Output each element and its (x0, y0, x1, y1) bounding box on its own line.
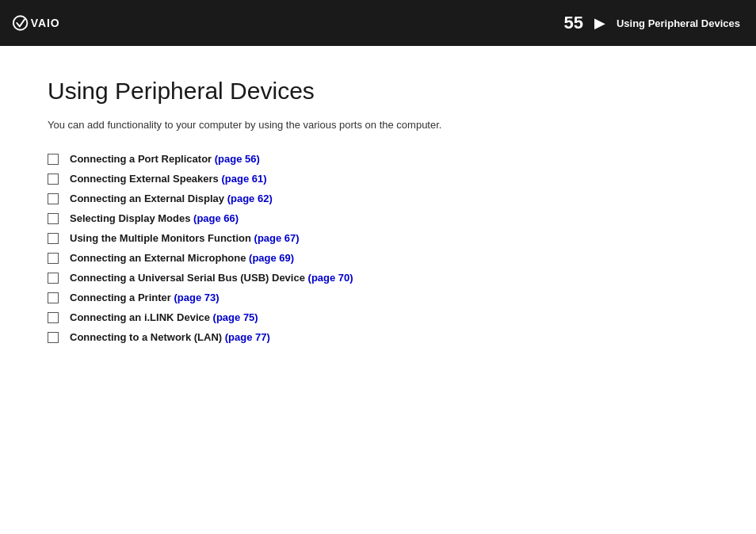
main-content: Using Peripheral Devices You can add fun… (0, 46, 756, 383)
checkbox-icon-5 (48, 233, 59, 244)
page-title: Using Peripheral Devices (48, 78, 708, 105)
toc-item-1-text: Connecting a Port Replicator (page 56) (70, 153, 260, 165)
toc-link-5[interactable]: (page 67) (254, 232, 300, 244)
toc-item-10-text: Connecting to a Network (LAN) (page 77) (70, 331, 270, 343)
toc-item-5-text: Using the Multiple Monitors Function (pa… (70, 232, 300, 244)
header-right: 55 ▶ Using Peripheral Devices (563, 13, 740, 33)
list-item: Selecting Display Modes (page 66) (48, 212, 708, 224)
toc-item-3-text: Connecting an External Display (page 62) (70, 193, 273, 204)
toc-item-2-text: Connecting External Speakers (page 61) (70, 173, 267, 185)
toc-link-6[interactable]: (page 69) (249, 252, 294, 264)
toc-item-4-text: Selecting Display Modes (page 66) (70, 212, 239, 224)
toc-item-9-text: Connecting an i.LINK Device (page 75) (70, 311, 258, 323)
toc-item-7-text: Connecting a Universal Serial Bus (USB) … (70, 272, 353, 284)
toc-link-10[interactable]: (page 77) (225, 331, 270, 343)
toc-link-2[interactable]: (page 61) (221, 173, 266, 185)
list-item: Connecting External Speakers (page 61) (48, 173, 708, 185)
toc-link-4[interactable]: (page 66) (193, 212, 239, 224)
toc-link-3[interactable]: (page 62) (227, 193, 273, 204)
toc-link-8[interactable]: (page 73) (174, 292, 219, 303)
checkbox-icon-6 (48, 253, 59, 264)
checkbox-icon-2 (48, 174, 59, 185)
page-header: VAIO 55 ▶ Using Peripheral Devices (0, 0, 756, 46)
checkbox-icon-1 (48, 154, 59, 165)
toc-link-1[interactable]: (page 56) (215, 153, 260, 165)
list-item: Connecting to a Network (LAN) (page 77) (48, 331, 708, 343)
toc-list: Connecting a Port Replicator (page 56) C… (48, 153, 708, 343)
toc-item-8-text: Connecting a Printer (page 73) (70, 292, 220, 303)
toc-link-7[interactable]: (page 70) (308, 272, 353, 284)
svg-point-0 (13, 16, 28, 30)
list-item: Connecting an i.LINK Device (page 75) (48, 311, 708, 323)
checkbox-icon-10 (48, 332, 59, 343)
vaio-logo: VAIO (13, 12, 89, 34)
list-item: Connecting a Universal Serial Bus (USB) … (48, 272, 708, 284)
intro-paragraph: You can add functionality to your comput… (48, 119, 708, 131)
checkbox-icon-8 (48, 292, 59, 303)
header-section-title: Using Peripheral Devices (617, 17, 740, 29)
list-item: Connecting an External Microphone (page … (48, 252, 708, 264)
list-item: Connecting a Port Replicator (page 56) (48, 153, 708, 165)
toc-link-9[interactable]: (page 75) (213, 311, 258, 323)
checkbox-icon-7 (48, 273, 59, 284)
svg-text:VAIO: VAIO (31, 17, 60, 29)
list-item: Using the Multiple Monitors Function (pa… (48, 232, 708, 244)
checkbox-icon-9 (48, 312, 59, 323)
header-arrow-icon: ▶ (594, 14, 605, 32)
list-item: Connecting an External Display (page 62) (48, 193, 708, 204)
page-number: 55 (563, 13, 582, 33)
checkbox-icon-3 (48, 193, 59, 204)
checkbox-icon-4 (48, 213, 59, 224)
toc-item-6-text: Connecting an External Microphone (page … (70, 252, 294, 264)
list-item: Connecting a Printer (page 73) (48, 292, 708, 303)
